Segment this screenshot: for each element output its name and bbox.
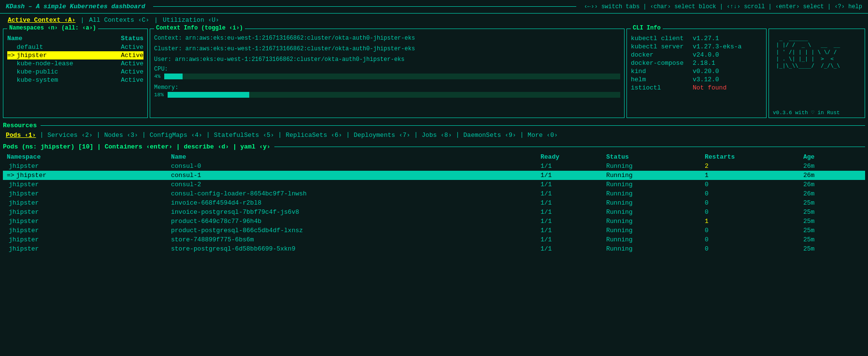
pod-status-1: Running — [602, 171, 701, 180]
pod-row-6[interactable]: jhipsterproduct-6649c78c77-96h4b1/1Runni… — [3, 217, 865, 226]
cli-row-helm: helm v3.12.0 — [631, 76, 762, 83]
pod-restarts-8: 0 — [701, 235, 799, 244]
ns-row-kube-node-lease[interactable]: kube-node-lease Active — [7, 59, 143, 68]
pods-table-header: Namespace Name Ready Status Restarts Age — [3, 152, 865, 162]
context-info-panel: Context Info (toggle ‹i›) Context: arn:a… — [150, 29, 625, 118]
pod-status-8: Running — [602, 235, 701, 244]
cli-val-docker-compose: 2.18.1 — [693, 59, 715, 67]
pod-name-9: store-postgresql-6d58bb6699-5xkn9 — [167, 244, 537, 253]
ns-row-jhipster[interactable]: => jhipster Active — [7, 51, 143, 59]
title-bar: KDash – A simple Kubernetes dashboard ‹←… — [0, 0, 868, 14]
pod-restarts-7: 0 — [701, 226, 799, 235]
ascii-art-panel: _ ______ | |/ / _ \ __ __ | ' /| | | | \… — [768, 29, 865, 118]
namespaces-panel: Namespaces ‹n› (all: ‹a›) Name Status de… — [3, 29, 148, 118]
memory-percent-label: 18% — [154, 92, 164, 98]
pod-row-7[interactable]: jhipsterproduct-postgresql-866c5db4df-lx… — [3, 226, 865, 235]
tab-statefulsets[interactable]: StatefulSets ‹5› — [211, 131, 277, 139]
cpu-progress-fill — [164, 74, 183, 79]
pod-ready-4: 1/1 — [537, 198, 602, 208]
tab-configmaps[interactable]: ConfigMaps ‹4› — [147, 131, 205, 139]
pod-status-9: Running — [602, 244, 701, 253]
pod-age-9: 25m — [799, 244, 865, 253]
pod-ready-5: 1/1 — [537, 208, 602, 217]
ns-row-kube-system[interactable]: kube-system Active — [7, 76, 143, 84]
pod-age-2: 26m — [799, 180, 865, 189]
ns-status-kube-node-lease: Active — [121, 60, 143, 67]
ns-col-status: Status — [121, 35, 143, 42]
pod-row-9[interactable]: jhipsterstore-postgresql-6d58bb6699-5xkn… — [3, 244, 865, 253]
pod-ns-7: jhipster — [3, 226, 167, 235]
pod-ns-2: jhipster — [3, 180, 167, 189]
pods-table: Namespace Name Ready Status Restarts Age… — [3, 152, 865, 253]
namespaces-table: Name Status default Active => jhipster A… — [7, 35, 143, 84]
pod-ns-1: =>jhipster — [3, 171, 167, 180]
tab-pods[interactable]: Pods ‹1› — [3, 131, 39, 139]
pod-row-2[interactable]: jhipsterconsul-21/1Running026m — [3, 180, 865, 189]
ns-name-kube-system: kube-system — [17, 76, 121, 84]
pod-row-8[interactable]: jhipsterstore-748899f775-6bs6m1/1Running… — [3, 235, 865, 244]
namespaces-title: Namespaces ‹n› (all: ‹a›) — [7, 25, 98, 31]
ns-row-kube-public[interactable]: kube-public Active — [7, 68, 143, 76]
pod-name-2: consul-2 — [167, 180, 537, 189]
pod-row-5[interactable]: jhipsterinvoice-postgresql-7bbf79c4f-js6… — [3, 208, 865, 217]
pod-age-6: 25m — [799, 217, 865, 226]
pod-name-6: product-6649c78c77-96h4b — [167, 217, 537, 226]
tab-nodes[interactable]: Nodes ‹3› — [101, 131, 141, 139]
pod-restarts-5: 0 — [701, 208, 799, 217]
tab-services[interactable]: Services ‹2› — [44, 131, 96, 139]
ns-status-default: Active — [121, 44, 143, 51]
cli-row-kind: kind v0.20.0 — [631, 68, 762, 75]
tab-jobs[interactable]: Jobs ‹8› — [419, 131, 455, 139]
cli-key-helm: helm — [631, 76, 689, 83]
nav-all-contexts[interactable]: All Contexts ‹C› — [85, 15, 153, 25]
pods-col-restarts: Restarts — [701, 152, 799, 162]
cli-val-docker: v24.0.0 — [693, 51, 719, 59]
pod-ready-0: 1/1 — [537, 162, 602, 171]
top-panels: Namespaces ‹n› (all: ‹a›) Name Status de… — [3, 29, 865, 118]
pods-col-namespace: Namespace — [3, 152, 167, 162]
pod-ns-5: jhipster — [3, 208, 167, 217]
memory-progress-bar — [168, 92, 620, 98]
nav-utilization[interactable]: Utilization ‹U› — [159, 15, 223, 25]
user-value: arn:aws:eks:eu-west-1:216713166862:clust… — [175, 56, 404, 63]
pod-status-6: Running — [602, 217, 701, 226]
tab-daemonsets[interactable]: DaemonSets ‹9› — [460, 131, 519, 139]
pod-row-3[interactable]: jhipsterconsul-config-loader-8654bc9f7-l… — [3, 189, 865, 198]
ns-status-jhipster: Active — [121, 52, 143, 59]
pod-ready-7: 1/1 — [537, 226, 602, 235]
pod-arrow-1: => — [7, 172, 14, 179]
cli-row-istioctl: istioctl Not found — [631, 84, 762, 91]
title-line — [153, 6, 576, 7]
cli-key-kubectl-server: kubectl server — [631, 43, 689, 50]
pod-row-4[interactable]: jhipsterinvoice-668f4594d4-r2bl81/1Runni… — [3, 198, 865, 208]
pod-name-4: invoice-668f4594d4-r2bl8 — [167, 198, 537, 208]
cpu-label: CPU: — [154, 66, 620, 73]
cli-key-docker-compose: docker-compose — [631, 59, 689, 67]
nav-active-context[interactable]: Active Context ‹A› — [4, 15, 79, 25]
pod-name-7: product-postgresql-866c5db4df-lxnsz — [167, 226, 537, 235]
pod-age-7: 25m — [799, 226, 865, 235]
cluster-value: arn:aws:eks:eu-west-1:216713166862:clust… — [185, 45, 415, 52]
pod-name-0: consul-0 — [167, 162, 537, 171]
pods-col-age: Age — [799, 152, 865, 162]
context-info-title: Context Info (toggle ‹i›) — [154, 25, 245, 31]
pods-header-bar: Pods (ns: jhipster) [10] | Containers ‹e… — [3, 143, 865, 150]
pod-name-1: consul-1 — [167, 171, 537, 180]
ns-status-kube-system: Active — [121, 76, 143, 84]
cluster-line: Cluster: arn:aws:eks:eu-west-1:216713166… — [154, 45, 620, 52]
tab-replicasets[interactable]: ReplicaSets ‹6› — [283, 131, 345, 139]
cli-val-kubectl-server: v1.27.3-eks-a — [693, 43, 741, 50]
ns-row-default[interactable]: default Active — [7, 43, 143, 51]
pods-title: Pods (ns: jhipster) [10] | Containers ‹e… — [3, 143, 270, 150]
nav-bar: Active Context ‹A› | All Contexts ‹C› | … — [0, 14, 868, 27]
pod-ready-1: 1/1 — [537, 171, 602, 180]
cli-row-kubectl-client: kubectl client v1.27.1 — [631, 35, 762, 42]
tab-deployments[interactable]: Deployments ‹7› — [351, 131, 413, 139]
pod-age-1: 26m — [799, 171, 865, 180]
pod-status-4: Running — [602, 198, 701, 208]
pod-restarts-6: 1 — [701, 217, 799, 226]
pod-ns-9: jhipster — [3, 244, 167, 253]
pod-row-1[interactable]: =>jhipsterconsul-11/1Running126m — [3, 171, 865, 180]
tab-more[interactable]: More ‹0› — [525, 131, 560, 139]
pod-row-0[interactable]: jhipsterconsul-01/1Running226m — [3, 162, 865, 171]
